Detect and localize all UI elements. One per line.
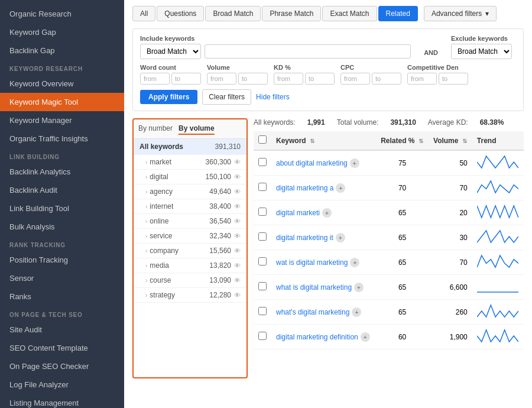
include-match-select[interactable]: Broad Match — [140, 44, 201, 59]
sidebar-item-on-page-seo-checker[interactable]: On Page SEO Checker — [0, 357, 124, 375]
word-count-from[interactable] — [140, 73, 170, 85]
keyword-link[interactable]: about digital marketing — [276, 159, 348, 167]
add-keyword-icon[interactable]: + — [322, 208, 332, 218]
tab-questions[interactable]: Questions — [157, 6, 204, 21]
add-keyword-icon[interactable]: + — [350, 258, 359, 267]
list-item[interactable]: › online 36,540 👁 — [134, 214, 246, 229]
group-name: › media — [145, 261, 169, 270]
eye-icon[interactable]: 👁 — [234, 158, 241, 166]
sidebar-item-organic-traffic-insights[interactable]: Organic Traffic Insights — [0, 129, 124, 148]
eye-icon[interactable]: 👁 — [234, 188, 241, 195]
row-checkbox-1[interactable] — [258, 183, 267, 191]
include-keywords-input[interactable] — [205, 44, 411, 59]
group-count: 38,400 — [209, 202, 231, 211]
add-keyword-icon[interactable]: + — [336, 183, 345, 193]
keyword-link[interactable]: digital marketing it — [276, 234, 333, 242]
list-item[interactable]: › service 32,340 👁 — [134, 229, 246, 244]
sidebar-item-position-tracking[interactable]: Position Tracking — [0, 251, 124, 269]
exclude-match-select[interactable]: Broad Match — [451, 44, 512, 59]
advanced-filters-button[interactable]: Advanced filters ▾ — [424, 6, 497, 21]
keyword-link[interactable]: digital marketing a — [276, 184, 333, 192]
tab-related[interactable]: Related — [378, 6, 418, 21]
row-checkbox-7[interactable] — [258, 332, 267, 340]
keyword-link[interactable]: what's digital marketing — [276, 308, 349, 316]
sidebar-item-keyword-overview[interactable]: Keyword Overview — [0, 75, 124, 93]
related-sort-icon[interactable]: ⇅ — [419, 138, 423, 144]
eye-icon[interactable]: 👁 — [234, 247, 241, 254]
cpc-from[interactable] — [340, 73, 370, 85]
eye-icon[interactable]: 👁 — [234, 232, 241, 239]
sidebar-item-backlink-analytics[interactable]: Backlink Analytics — [0, 163, 124, 181]
comp-den-from[interactable] — [407, 73, 437, 85]
chevron-right-icon: › — [145, 174, 147, 180]
sidebar-item-ranks[interactable]: Ranks — [0, 287, 124, 306]
tab-by-number[interactable]: By number — [138, 123, 173, 135]
select-all-checkbox[interactable] — [258, 135, 267, 144]
sidebar-item-bulk-analysis[interactable]: Bulk Analysis — [0, 218, 124, 236]
add-keyword-icon[interactable]: + — [354, 283, 364, 292]
row-checkbox-6[interactable] — [258, 307, 267, 315]
tab-exact-match[interactable]: Exact Match — [322, 6, 377, 21]
volume-from[interactable] — [207, 73, 236, 85]
tab-by-volume[interactable]: By volume — [179, 123, 215, 135]
row-checkbox-4[interactable] — [258, 257, 267, 265]
list-item[interactable]: › digital 150,100 👁 — [134, 170, 246, 184]
sidebar-item-keyword-magic-tool[interactable]: Keyword Magic Tool — [0, 93, 124, 111]
list-item[interactable]: › course 13,090 👁 — [134, 273, 246, 288]
sidebar-item-site-audit[interactable]: Site Audit — [0, 320, 124, 339]
left-panel: By number By volume All keywords 391,310… — [132, 118, 248, 378]
list-item[interactable]: › market 360,300 👁 — [134, 155, 246, 170]
keyword-link[interactable]: wat is digital marketing — [276, 258, 348, 267]
add-keyword-icon[interactable]: + — [361, 332, 370, 342]
sidebar-item-link-building-tool[interactable]: Link Building Tool — [0, 199, 124, 218]
clear-filters-button[interactable]: Clear filters — [202, 89, 251, 105]
sidebar-item-keyword-manager[interactable]: Keyword Manager — [0, 111, 124, 129]
sidebar-item-sensor[interactable]: Sensor — [0, 269, 124, 287]
eye-icon[interactable]: 👁 — [234, 262, 241, 269]
add-keyword-icon[interactable]: + — [352, 307, 361, 317]
eye-icon[interactable]: 👁 — [234, 203, 241, 210]
list-item[interactable]: › strategy 12,280 👁 — [134, 288, 246, 303]
tab-all[interactable]: All — [132, 6, 155, 21]
row-checkbox-0[interactable] — [258, 158, 267, 166]
word-count-filter: Word count — [140, 64, 201, 85]
list-item[interactable]: › company 15,560 👁 — [134, 244, 246, 258]
sidebar-item-organic-research[interactable]: Organic Research — [0, 5, 124, 23]
sidebar-item-backlink-gap[interactable]: Backlink Gap — [0, 41, 124, 60]
keyword-sort-icon[interactable]: ⇅ — [310, 138, 314, 144]
eye-icon[interactable]: 👁 — [234, 218, 241, 225]
eye-icon[interactable]: 👁 — [234, 292, 241, 299]
volume-to[interactable] — [238, 73, 268, 85]
row-checkbox-3[interactable] — [258, 232, 267, 241]
group-count: 36,540 — [209, 217, 231, 225]
comp-den-to[interactable] — [439, 73, 468, 85]
table-row: wat is digital marketing+6570 — [254, 250, 524, 275]
list-item[interactable]: › media 13,820 👁 — [134, 258, 246, 273]
list-item[interactable]: › agency 49,640 👁 — [134, 184, 246, 199]
add-keyword-icon[interactable]: + — [336, 233, 345, 242]
word-count-to[interactable] — [171, 73, 201, 85]
eye-icon[interactable]: 👁 — [234, 173, 241, 180]
keyword-link[interactable]: digital marketi — [276, 209, 320, 217]
eye-icon[interactable]: 👁 — [234, 277, 241, 284]
tab-phrase-match[interactable]: Phrase Match — [262, 6, 321, 21]
cpc-to[interactable] — [372, 73, 401, 85]
row-checkbox-5[interactable] — [258, 282, 267, 290]
add-keyword-icon[interactable]: + — [350, 158, 359, 168]
kd-from[interactable] — [274, 73, 303, 85]
sidebar-item-keyword-gap[interactable]: Keyword Gap — [0, 23, 124, 41]
sidebar-item-backlink-audit[interactable]: Backlink Audit — [0, 181, 124, 199]
keyword-link[interactable]: digital marketing definition — [276, 333, 358, 341]
kd-to[interactable] — [305, 73, 335, 85]
keyword-link[interactable]: what is digital marketing — [276, 283, 352, 292]
apply-filters-button[interactable]: Apply filters — [140, 90, 197, 104]
hide-filters-link[interactable]: Hide filters — [256, 93, 290, 101]
sidebar-item-listing-management[interactable]: Listing Management — [0, 394, 124, 408]
sidebar-item-log-file-analyzer[interactable]: Log File Analyzer — [0, 375, 124, 394]
tab-broad-match[interactable]: Broad Match — [205, 6, 261, 21]
sidebar-item-seo-content-template[interactable]: SEO Content Template — [0, 339, 124, 357]
volume-sort-icon[interactable]: ⇅ — [462, 138, 467, 144]
row-checkbox-2[interactable] — [258, 208, 267, 216]
all-keywords-row[interactable]: All keywords 391,310 — [134, 139, 246, 155]
list-item[interactable]: › internet 38,400 👁 — [134, 199, 246, 214]
